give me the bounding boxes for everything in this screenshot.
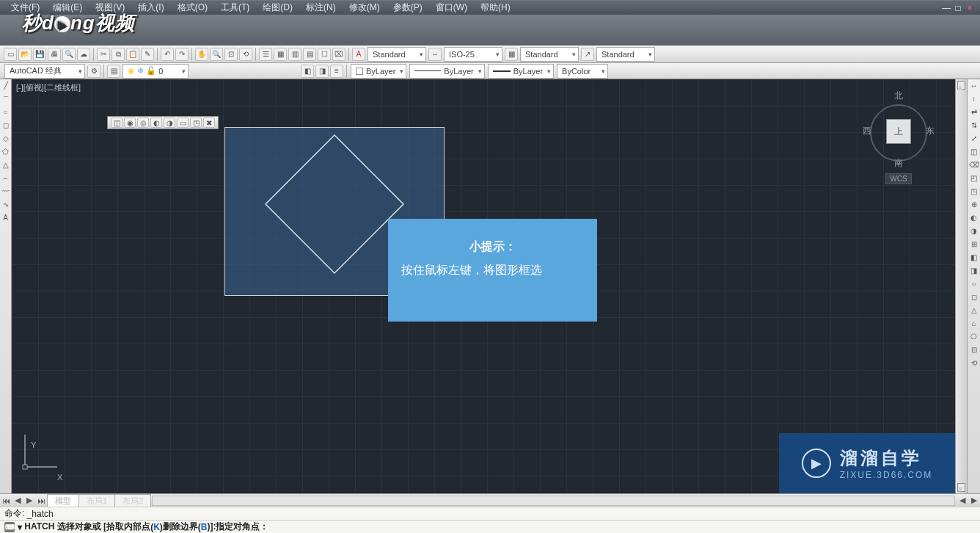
wipeout-icon[interactable]: ⊡ <box>969 346 979 358</box>
save-icon[interactable]: 💾 <box>33 48 46 61</box>
mleader-style-icon[interactable]: ↗ <box>581 48 594 61</box>
menu-help[interactable]: 帮助(H) <box>474 1 517 14</box>
window-maximize-button[interactable]: □ <box>952 3 964 13</box>
layer-dropdown[interactable]: ◉ ❄ 🔓 0 <box>122 64 189 79</box>
tab-prev-icon[interactable]: ◀ <box>12 496 23 505</box>
join-icon[interactable]: ◨ <box>969 266 979 278</box>
command-input-line[interactable]: ⌨ ▾ HATCH 选择对象或 [ 拾取内部点(K) 删除边界(B )]:指定对… <box>0 520 980 533</box>
hatch-icon[interactable]: △ <box>1 161 11 173</box>
tool-palette-icon[interactable]: ▥ <box>288 48 301 61</box>
viewcube-north[interactable]: 北 <box>866 90 932 102</box>
zoom-window-icon[interactable]: ⊡ <box>224 48 238 61</box>
rectangle-icon[interactable]: ◻ <box>1 121 11 133</box>
workspace-gear-icon[interactable]: ⚙ <box>87 65 100 78</box>
polygon-icon[interactable]: ◇ <box>1 134 11 146</box>
view-3d-icon[interactable]: ◳ <box>190 117 202 128</box>
menu-format[interactable]: 格式(O) <box>171 1 214 14</box>
match-icon[interactable]: ✎ <box>141 48 154 61</box>
scale-icon[interactable]: ◳ <box>969 187 979 199</box>
viewcube-west[interactable]: 西 <box>863 125 871 137</box>
dim-style-icon[interactable]: ↔ <box>428 48 442 61</box>
trim-icon[interactable]: ⌫ <box>969 161 979 173</box>
undo-icon[interactable]: ↶ <box>161 48 174 61</box>
move-icon[interactable]: ↔ <box>969 81 979 93</box>
calc-icon[interactable]: ⌧ <box>332 48 345 61</box>
view-cube[interactable]: 北 上 西 东 南 WCS <box>866 87 932 182</box>
view-iso-icon[interactable]: ◑ <box>164 117 175 128</box>
view-top-icon[interactable]: ◫ <box>111 117 122 128</box>
copy-icon[interactable]: ⧉ <box>111 48 125 61</box>
fillet-icon[interactable]: ◐ <box>969 214 979 225</box>
text-icon[interactable]: A <box>1 214 11 225</box>
mirror-icon[interactable]: ⇄ <box>969 108 979 120</box>
menu-modify[interactable]: 修改(M) <box>343 1 387 14</box>
boundary-icon[interactable]: ⎔ <box>969 333 979 344</box>
chamfer-icon[interactable]: ◑ <box>969 227 979 239</box>
pan-icon[interactable]: ✋ <box>195 48 208 61</box>
menu-dim[interactable]: 标注(N) <box>299 1 343 14</box>
cut-icon[interactable]: ✂ <box>97 48 110 61</box>
view-left-icon[interactable]: ◎ <box>137 117 149 128</box>
viewcube-east[interactable]: 东 <box>926 125 935 137</box>
design-center-icon[interactable]: ▦ <box>274 48 287 61</box>
insert-icon[interactable]: △ <box>969 306 979 318</box>
stretch-icon[interactable]: ⊕ <box>969 200 979 212</box>
spline-icon[interactable]: ⌢ <box>1 174 11 186</box>
text-style-icon[interactable]: A <box>352 48 365 61</box>
linetype-dropdown[interactable]: ByLayer <box>409 64 484 79</box>
tab-model[interactable]: 模型 <box>47 494 79 507</box>
tab-next-icon[interactable]: ▶ <box>23 496 35 505</box>
print-icon[interactable]: 🖶 <box>48 48 61 61</box>
vertical-scrollbar[interactable]: ▴ ▾ <box>955 79 967 493</box>
tab-layout1[interactable]: 布局1 <box>78 494 115 507</box>
workspace-dropdown[interactable]: AutoCAD 经典 <box>4 64 85 79</box>
vscroll-down-arrow[interactable]: ▾ <box>957 483 965 492</box>
menu-param[interactable]: 参数(P) <box>387 1 429 14</box>
viewport-label[interactable]: [-][俯视][二维线框] <box>16 82 81 93</box>
view-float-toolbar[interactable]: ◫ ◉ ◎ ◐ ◑ ▭ ◳ ✖ <box>107 116 219 129</box>
menu-window[interactable]: 窗口(W) <box>429 1 474 14</box>
mleader-style-dropdown[interactable]: Standard <box>596 47 655 62</box>
tab-layout2[interactable]: 布局2 <box>114 494 151 507</box>
horizontal-scrollbar[interactable] <box>152 496 955 506</box>
sheet-set-icon[interactable]: ▤ <box>303 48 316 61</box>
new-icon[interactable]: ▭ <box>4 48 17 61</box>
window-close-button[interactable]: × <box>964 3 976 13</box>
hscroll-right-icon[interactable]: ▶ <box>968 496 980 505</box>
zoom-prev-icon[interactable]: ⟲ <box>239 48 252 61</box>
vscroll-up-arrow[interactable]: ▴ <box>957 81 965 90</box>
layer-prev-icon[interactable]: ◨ <box>315 65 329 78</box>
block-icon[interactable]: ◻ <box>969 293 979 305</box>
tab-first-icon[interactable]: ⏮ <box>0 496 12 505</box>
explode-icon[interactable]: ⊞ <box>969 240 979 252</box>
break-icon[interactable]: ◧ <box>969 253 979 265</box>
rotate-icon[interactable]: ◫ <box>969 148 979 159</box>
layer-state-icon[interactable]: ≡ <box>330 65 343 78</box>
menu-insert[interactable]: 插入(I) <box>131 1 170 14</box>
region-icon[interactable]: ⌂ <box>969 319 979 331</box>
pline-icon[interactable]: 〰 <box>1 187 11 199</box>
preview-icon[interactable]: 🔍 <box>62 48 76 61</box>
view-box-icon[interactable]: ▭ <box>177 117 189 128</box>
redo-icon[interactable]: ↷ <box>175 48 189 61</box>
publish-icon[interactable]: ☁ <box>77 48 90 61</box>
menu-tools[interactable]: 工具(T) <box>214 1 256 14</box>
open-icon[interactable]: 📂 <box>18 48 32 61</box>
view-right-icon[interactable]: ◐ <box>150 117 162 128</box>
view-front-icon[interactable]: ◉ <box>124 117 136 128</box>
erase-icon[interactable]: ○ <box>969 280 979 291</box>
hscroll-left-icon[interactable]: ◀ <box>957 496 968 505</box>
layer-iso-icon[interactable]: ◧ <box>301 65 314 78</box>
offset-icon[interactable]: ⇅ <box>969 121 979 133</box>
command-opt1[interactable]: 拾取内部点 <box>106 521 150 533</box>
layer-props-icon[interactable]: ▤ <box>107 65 120 78</box>
zoom-realtime-icon[interactable]: 🔍 <box>210 48 223 61</box>
copy-tool-icon[interactable]: ↕ <box>969 95 979 106</box>
viewcube-wcs[interactable]: WCS <box>885 173 912 184</box>
lineweight-dropdown[interactable]: ByLayer <box>488 64 554 79</box>
menu-draw[interactable]: 绘图(D) <box>256 1 299 14</box>
color-dropdown[interactable]: ByLayer <box>351 64 406 79</box>
properties-icon[interactable]: ☰ <box>259 48 272 61</box>
markup-icon[interactable]: ☐ <box>318 48 331 61</box>
drawing-canvas[interactable]: [-][俯视][二维线框] ◫ ◉ ◎ ◐ ◑ ▭ ◳ ✖ 小提示： 按住鼠标左… <box>12 79 955 493</box>
